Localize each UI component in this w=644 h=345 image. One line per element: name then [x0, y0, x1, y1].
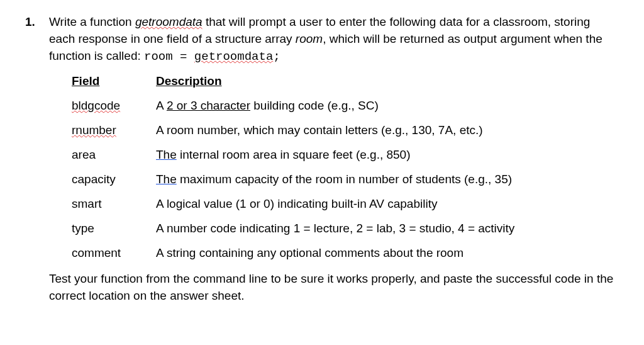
table-row: bldgcode A 2 or 3 character building cod… [72, 98, 614, 115]
desc-rnumber: A room number, which may contain letters… [156, 122, 614, 139]
field-bldgcode: bldgcode [72, 98, 156, 115]
field-smart: smart [72, 196, 156, 213]
question-number: 1. [25, 14, 40, 31]
code-room-eq: room = [144, 50, 194, 64]
header-field: Field [72, 73, 156, 90]
question-body: Write a function getroomdata that will p… [49, 14, 614, 312]
field-area: area [72, 147, 156, 164]
code-semicolon: ; [273, 50, 280, 64]
intro-paragraph: Write a function getroomdata that will p… [49, 14, 614, 65]
desc-type: A number code indicating 1 = lecture, 2 … [156, 220, 614, 237]
header-desc: Description [156, 73, 614, 90]
question-1: 1. Write a function getroomdata that wil… [23, 14, 614, 312]
field-comment: comment [72, 245, 156, 262]
field-type: type [72, 220, 156, 237]
intro-text-a: Write a function [49, 15, 135, 28]
table-row: capacity The maximum capacity of the roo… [72, 171, 614, 188]
desc-smart: A logical value (1 or 0) indicating buil… [156, 196, 614, 213]
table-header: Field Description [72, 73, 614, 90]
table-row: area The internal room area in square fe… [72, 147, 614, 164]
table-row: rnumber A room number, which may contain… [72, 122, 614, 139]
room-var-italic: room [296, 32, 323, 45]
table-row: comment A string containing any optional… [72, 245, 614, 262]
desc-capacity: The maximum capacity of the room in numb… [156, 171, 614, 188]
field-description-table: Field Description bldgcode A 2 or 3 char… [72, 73, 614, 262]
desc-comment: A string containing any optional comment… [156, 245, 614, 262]
func-name-italic: getroomdata [135, 14, 203, 31]
table-row: smart A logical value (1 or 0) indicatin… [72, 196, 614, 213]
code-funcname: getroomdata [194, 48, 273, 65]
field-capacity: capacity [72, 171, 156, 188]
desc-area: The internal room area in square feet (e… [156, 147, 614, 164]
field-rnumber: rnumber [72, 122, 156, 139]
table-row: type A number code indicating 1 = lectur… [72, 220, 614, 237]
closing-paragraph: Test your function from the command line… [49, 271, 614, 305]
desc-bldgcode: A 2 or 3 character building code (e.g., … [156, 98, 614, 115]
